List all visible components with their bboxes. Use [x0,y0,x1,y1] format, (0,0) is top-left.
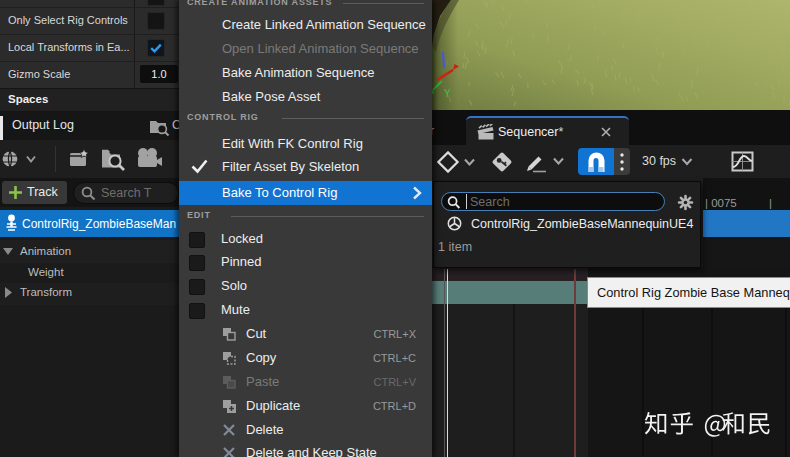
svg-text:Y: Y [444,88,451,99]
